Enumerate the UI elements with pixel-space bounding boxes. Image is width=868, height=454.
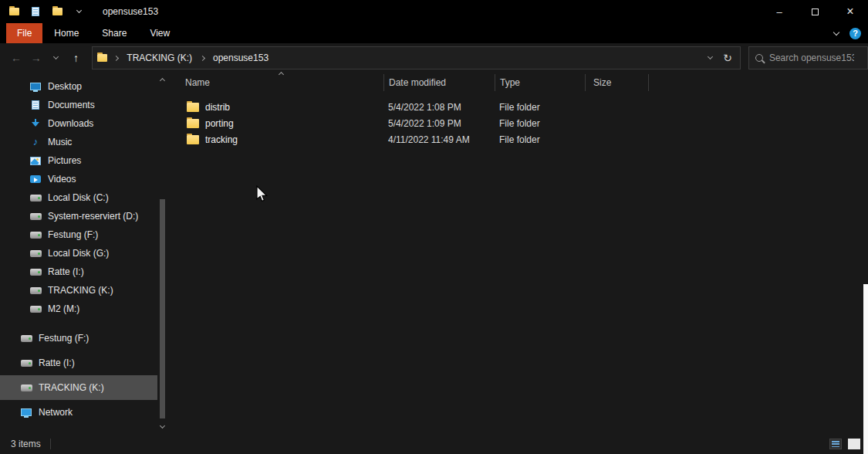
window-controls: – × [762,0,868,23]
help-icon: ? [853,29,858,38]
documents-icon [29,100,42,110]
tab-view[interactable]: View [138,23,181,43]
search-icon [755,54,763,62]
sidebar-item-desktop[interactable]: Desktop [0,77,157,96]
status-divider [50,439,51,449]
sidebar-item-music[interactable]: Music [0,133,157,151]
tab-home[interactable]: Home [42,23,90,43]
close-icon: × [846,5,853,18]
network-icon [20,408,32,416]
expand-ribbon-button[interactable] [833,29,839,35]
folder-icon [187,135,199,144]
breadcrumb-drive[interactable]: TRACKING (K:) [125,53,194,63]
file-type: File folder [495,102,585,113]
videos-icon [29,175,42,183]
sidebar-item-m2-m[interactable]: M2 (M:) [0,300,157,318]
sidebar-drive-festung-f[interactable]: Festung (F:) [0,326,157,351]
search-box[interactable] [748,46,868,69]
file-name: tracking [205,134,238,145]
sidebar-item-videos[interactable]: Videos [0,170,157,188]
sidebar-item-documents[interactable]: Documents [0,96,157,114]
properties-button[interactable] [29,5,42,19]
column-header-date-modified[interactable]: Date modified [383,74,495,91]
file-date-modified: 5/4/2022 1:08 PM [383,102,495,113]
address-dropdown-button[interactable] [708,54,713,59]
file-name: distrib [205,102,230,113]
drive-icon [29,306,42,313]
sidebar-item-local-disk-c[interactable]: Local Disk (C:) [0,188,157,207]
drive-icon [29,195,42,202]
app-window-icon [7,5,21,19]
maximize-button[interactable] [797,0,833,23]
item-count: 3 items [0,439,41,449]
status-bar: 3 items [0,434,868,454]
sidebar-item-network[interactable]: Network [0,400,157,425]
folder-icon [187,103,199,112]
ribbon-tab-row: File Home Share View ? [0,23,868,43]
address-field[interactable]: TRACKING (K:) opensuse153 ↻ [92,46,741,69]
forward-button[interactable]: → [26,48,46,68]
file-type: File folder [495,134,585,145]
file-rows: distrib 5/4/2022 1:08 PM File folder por… [176,99,868,147]
thumbnails-view-button[interactable] [848,439,860,449]
file-date-modified: 4/11/2022 11:49 AM [383,134,495,145]
back-button[interactable]: ← [6,48,26,68]
file-row-porting[interactable]: porting 5/4/2022 1:09 PM File folder [176,115,868,131]
column-header-type[interactable]: Type [495,74,585,91]
drive-icon [29,287,42,294]
sidebar-item-festung-f[interactable]: Festung (F:) [0,225,157,244]
new-folder-button[interactable] [50,5,64,19]
scroll-down-button[interactable] [157,422,167,432]
sidebar-scrollbar [157,73,167,434]
chevron-down-icon [160,423,165,429]
window-title: opensuse153 [103,6,158,17]
properties-icon [32,7,39,16]
forward-icon: → [31,52,42,64]
address-bar: ← → ↑ TRACKING (K:) opensuse153 ↻ [0,43,868,73]
refresh-button[interactable]: ↻ [723,52,732,64]
minimize-button[interactable]: – [762,0,797,23]
drive-icon [20,360,32,367]
chevron-right-icon[interactable] [200,55,205,60]
chevron-down-icon [53,54,59,59]
help-button[interactable]: ? [849,28,861,39]
column-header-name[interactable]: Name [176,74,383,91]
file-date-modified: 5/4/2022 1:09 PM [383,118,495,129]
sidebar-item-pictures[interactable]: Pictures [0,151,157,170]
search-input[interactable] [769,53,854,63]
drive-icon [20,385,32,391]
folder-icon [187,119,199,128]
column-header-size[interactable]: Size [585,74,648,91]
pictures-icon [29,157,42,165]
column-headers: Name Date modified Type Size [176,73,868,93]
up-button[interactable]: ↑ [66,48,86,68]
new-folder-icon [52,8,62,15]
sidebar-item-system-reserviert-d[interactable]: System-reserviert (D:) [0,207,157,225]
details-view-button[interactable] [829,439,842,449]
desktop-icon [29,83,42,90]
tab-share[interactable]: Share [90,23,138,43]
sidebar-item-tracking-k[interactable]: TRACKING (K:) [0,281,157,300]
tab-file[interactable]: File [6,23,42,43]
file-row-tracking[interactable]: tracking 4/11/2022 11:49 AM File folder [176,131,868,147]
file-row-distrib[interactable]: distrib 5/4/2022 1:08 PM File folder [176,99,868,115]
breadcrumb-folder[interactable]: opensuse153 [211,53,270,63]
sidebar-item-downloads[interactable]: Downloads [0,114,157,133]
sidebar-item-ratte-i[interactable]: Ratte (I:) [0,263,157,281]
file-type: File folder [495,118,585,129]
scrollbar-thumb[interactable] [160,199,165,418]
sidebar-drive-ratte-i[interactable]: Ratte (I:) [0,351,157,375]
explorer-window: opensuse153 – × File Home Share View ? ←… [0,0,868,454]
sidebar-drive-tracking-k[interactable]: TRACKING (K:) [0,375,157,400]
sort-ascending-icon [279,72,284,77]
chevron-down-icon [76,8,81,13]
sidebar-item-local-disk-g[interactable]: Local Disk (G:) [0,244,157,263]
scroll-up-button[interactable] [157,74,167,85]
recent-locations-button[interactable] [46,48,66,68]
customize-toolbar-button[interactable] [72,5,86,19]
close-button[interactable]: × [833,0,868,23]
column-header-filler [648,74,868,91]
drive-icon [29,250,42,257]
chevron-right-icon[interactable] [113,55,119,60]
navigation-pane: Desktop Documents Downloads Music Pictur… [0,73,176,434]
